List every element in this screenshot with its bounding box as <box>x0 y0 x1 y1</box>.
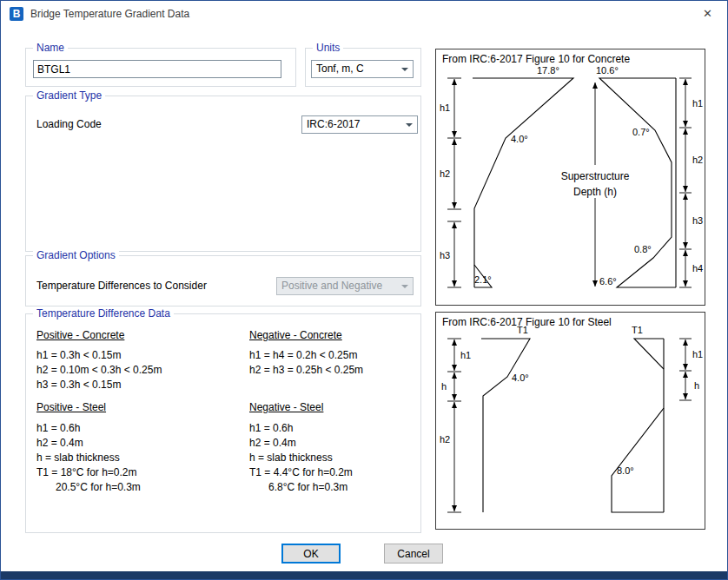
temp-differences-dropdown-value: Positive and Negative <box>281 280 382 292</box>
positive-steel-heading: Positive - Steel <box>36 401 106 413</box>
dim-label: h <box>441 381 447 392</box>
ok-button[interactable]: OK <box>281 544 341 564</box>
steel-diagram: h1 h h2 T1 4.0° T1 8.0° <box>436 313 705 529</box>
text-line: h1 = h4 = 0.2h < 0.25m <box>249 348 363 363</box>
dim-label: h2 <box>440 168 450 179</box>
temp-label: 8.0° <box>617 465 634 476</box>
dim-label: h1 <box>692 349 703 359</box>
units-dropdown[interactable]: Tonf, m, C <box>311 60 414 78</box>
dim-label: h2 <box>440 434 450 445</box>
text-line: h2 = 0.4m <box>36 436 141 451</box>
units-dropdown-value: Tonf, m, C <box>316 63 364 75</box>
units-group: Units Tonf, m, C <box>305 48 421 87</box>
text-line: 20.5°C for h=0.3m <box>36 480 141 495</box>
chevron-down-icon <box>401 285 408 288</box>
gradient-options-group: Gradient Options Temperature Differences… <box>25 255 421 306</box>
dialog-window: B Bridge Temperature Gradient Data ✕ Nam… <box>0 0 728 580</box>
temp-label: T1 <box>517 325 528 335</box>
dim-label: h1 <box>440 102 450 113</box>
name-group-label: Name <box>33 42 68 54</box>
text-line: T1 = 4.4°C for h=0.2m <box>249 465 353 480</box>
temp-label: 4.0° <box>511 134 528 144</box>
gradient-type-group: Gradient Type Loading Code IRC:6-2017 <box>25 96 421 252</box>
positive-steel-lines: h1 = 0.6h h2 = 0.4m h = slab thickness T… <box>36 421 141 495</box>
gradient-options-group-label: Gradient Options <box>33 249 119 261</box>
window-title: Bridge Temperature Gradient Data <box>30 8 189 20</box>
title-bar: B Bridge Temperature Gradient Data ✕ <box>1 1 727 27</box>
center-label: Superstructure <box>561 170 630 182</box>
temp-label: 17.8° <box>537 65 559 76</box>
screenshot-stage: B Bridge Temperature Gradient Data ✕ Nam… <box>0 0 728 580</box>
steel-negative-profile <box>612 339 664 512</box>
dim-label: h3 <box>692 215 703 226</box>
text-line: h1 = 0.6h <box>36 421 141 436</box>
negative-concrete-lines: h1 = h4 = 0.2h < 0.25m h2 = h3 = 0.25h <… <box>249 348 363 378</box>
temp-differences-dropdown: Positive and Negative <box>276 277 414 295</box>
temp-label: T1 <box>632 325 643 335</box>
dim-label: h <box>694 380 699 391</box>
app-icon: B <box>10 7 23 21</box>
text-line: 6.8°C for h=0.3m <box>249 480 353 495</box>
temp-label: 4.0° <box>512 372 529 383</box>
text-line: h2 = h3 = 0.25h < 0.25m <box>249 363 363 378</box>
text-line: h1 = 0.3h < 0.15m <box>36 348 162 363</box>
gradient-type-group-label: Gradient Type <box>33 89 105 102</box>
concrete-positive-profile <box>473 78 573 287</box>
units-group-label: Units <box>313 42 343 54</box>
text-line: T1 = 18°C for h=0.2m <box>36 465 141 480</box>
text-line: h2 = 0.4m <box>249 436 353 451</box>
temp-label: 0.7° <box>632 127 650 137</box>
dim-label: h2 <box>692 155 703 165</box>
close-button[interactable]: ✕ <box>688 1 727 27</box>
center-label: Depth (h) <box>573 186 617 198</box>
negative-concrete-heading: Negative - Concrete <box>249 329 342 341</box>
loading-code-label: Loading Code <box>36 118 102 130</box>
loading-code-dropdown[interactable]: IRC:6-2017 <box>301 115 418 134</box>
cancel-button[interactable]: Cancel <box>384 544 443 564</box>
steel-right-dimensions <box>679 339 692 400</box>
text-line: h3 = 0.3h < 0.15m <box>36 378 162 392</box>
temp-label: 2.1° <box>474 274 492 285</box>
concrete-negative-profile <box>599 78 676 287</box>
temperature-difference-data-group-label: Temperature Difference Data <box>33 307 174 320</box>
temp-differences-label: Temperature Differences to Consider <box>36 280 207 292</box>
concrete-diagram: h1 h2 h3 17.8° 4.0° 2.1° Superstructure … <box>436 49 705 305</box>
text-line: h1 = 0.6h <box>249 421 353 436</box>
text-line: h2 = 0.10m < 0.3h < 0.25m <box>36 363 162 378</box>
window-bottom-bar <box>1 571 727 579</box>
temp-label: 10.6° <box>596 65 619 76</box>
chevron-down-icon <box>401 68 408 71</box>
dim-label: h1 <box>692 98 703 109</box>
negative-steel-heading: Negative - Steel <box>249 401 323 413</box>
dim-label: h3 <box>440 250 450 260</box>
dim-label: h4 <box>692 263 703 274</box>
chevron-down-icon <box>406 123 413 127</box>
temperature-difference-data-group: Temperature Difference Data Positive - C… <box>25 313 421 533</box>
concrete-right-dimensions <box>679 78 692 287</box>
text-line: h = slab thickness <box>249 451 353 465</box>
loading-code-dropdown-value: IRC:6-2017 <box>307 118 360 130</box>
temp-label: 6.6° <box>599 276 617 287</box>
concrete-diagram-panel: From IRC:6-2017 Figure 10 for Concrete h… <box>435 49 705 306</box>
steel-positive-profile <box>481 339 530 512</box>
text-line: h = slab thickness <box>36 451 141 465</box>
negative-steel-lines: h1 = 0.6h h2 = 0.4m h = slab thickness T… <box>249 421 353 495</box>
steel-diagram-panel: From IRC:6-2017 Figure 10 for Steel h1 h… <box>435 312 705 530</box>
name-group: Name <box>25 48 296 87</box>
positive-concrete-lines: h1 = 0.3h < 0.15m h2 = 0.10m < 0.3h < 0.… <box>36 348 162 392</box>
steel-left-dimensions <box>447 339 461 512</box>
dim-label: h1 <box>460 350 471 360</box>
temp-label: 0.8° <box>634 244 652 254</box>
positive-concrete-heading: Positive - Concrete <box>36 329 124 341</box>
name-input[interactable] <box>33 60 281 78</box>
